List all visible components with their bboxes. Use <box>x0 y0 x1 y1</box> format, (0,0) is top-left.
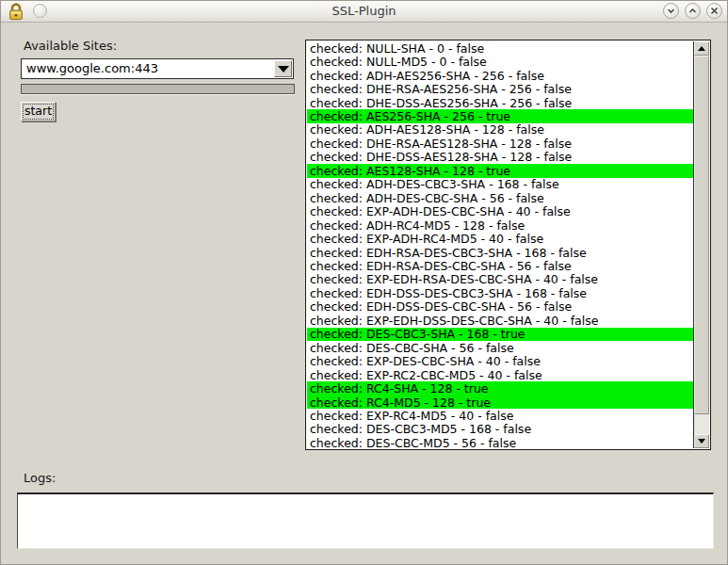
list-item[interactable]: checked: NULL-MD5 - 0 - false <box>307 55 693 68</box>
combobox-dropdown-button[interactable] <box>274 60 292 77</box>
ssl-plugin-window: SSL-Plugin Available Sites: www.google.c… <box>0 0 728 565</box>
minimize-button[interactable] <box>663 3 679 19</box>
scroll-down-icon <box>698 439 705 444</box>
scrollbar-thumb[interactable] <box>694 56 709 414</box>
logs-textarea[interactable] <box>17 492 714 549</box>
list-item[interactable]: checked: DES-CBC3-MD5 - 168 - false <box>307 423 693 436</box>
scroll-down-button[interactable] <box>694 434 709 448</box>
list-item[interactable]: checked: EXP-ADH-DES-CBC-SHA - 40 - fals… <box>307 204 693 218</box>
list-item[interactable]: checked: RC4-MD5 - 128 - true <box>307 396 693 409</box>
list-item[interactable]: checked: EDH-RSA-DES-CBC-SHA - 56 - fals… <box>307 259 693 272</box>
list-item[interactable]: checked: ADH-DES-CBC-SHA - 56 - false <box>307 191 693 204</box>
list-item[interactable]: checked: ADH-AES256-SHA - 256 - false <box>307 69 693 82</box>
list-item[interactable]: checked: DES-CBC-MD5 - 56 - false <box>307 436 693 448</box>
scroll-up-button[interactable] <box>694 41 709 56</box>
list-item[interactable]: checked: EXP-DES-CBC-SHA - 40 - false <box>307 354 693 367</box>
window-controls <box>663 3 722 19</box>
list-item[interactable]: checked: AES256-SHA - 256 - true <box>307 109 693 122</box>
scan-progress-bar <box>21 84 295 94</box>
maximize-button[interactable] <box>685 3 701 19</box>
logs-label: Logs: <box>24 471 56 485</box>
list-item[interactable]: checked: EDH-RSA-DES-CBC3-SHA - 168 - fa… <box>307 246 693 259</box>
sites-combobox[interactable]: www.google.com:443 <box>21 58 294 79</box>
start-button[interactable]: start <box>21 102 56 121</box>
list-item[interactable]: checked: RC4-SHA - 128 - true <box>307 381 693 395</box>
list-item[interactable]: checked: NULL-SHA - 0 - false <box>307 41 693 55</box>
list-item[interactable]: checked: DHE-DSS-AES256-SHA - 256 - fals… <box>307 96 693 109</box>
list-item[interactable]: checked: EDH-DSS-DES-CBC3-SHA - 168 - fa… <box>307 286 693 299</box>
list-item[interactable]: checked: EXP-EDH-DSS-DES-CBC-SHA - 40 - … <box>307 314 693 327</box>
available-sites-label: Available Sites: <box>24 39 117 53</box>
close-icon <box>710 7 719 15</box>
list-item[interactable]: checked: DHE-DSS-AES128-SHA - 128 - fals… <box>307 151 693 164</box>
list-item[interactable]: checked: DES-CBC-SHA - 56 - false <box>307 341 693 354</box>
dropdown-arrow-icon <box>278 66 289 73</box>
list-item[interactable]: checked: ADH-DES-CBC3-SHA - 168 - false <box>307 178 693 191</box>
titlebar[interactable]: SSL-Plugin <box>1 1 727 23</box>
window-title: SSL-Plugin <box>1 1 727 22</box>
cipher-list[interactable]: checked: NULL-SHA - 0 - falsechecked: NU… <box>307 41 693 448</box>
list-item[interactable]: checked: EXP-EDH-RSA-DES-CBC-SHA - 40 - … <box>307 273 693 286</box>
scrollbar-track[interactable] <box>694 414 709 434</box>
chevron-up-icon <box>688 7 697 15</box>
sites-combobox-value: www.google.com:443 <box>22 59 273 78</box>
list-item[interactable]: checked: ADH-AES128-SHA - 128 - false <box>307 123 693 137</box>
list-item[interactable]: checked: AES128-SHA - 128 - true <box>307 164 693 177</box>
list-item[interactable]: checked: EXP-ADH-RC4-MD5 - 40 - false <box>307 232 693 245</box>
list-item[interactable]: checked: DES-CBC3-SHA - 168 - true <box>307 328 693 341</box>
chevron-down-icon <box>667 7 675 15</box>
list-item[interactable]: checked: EXP-RC4-MD5 - 40 - false <box>307 409 693 422</box>
vertical-scrollbar[interactable] <box>693 41 709 448</box>
close-button[interactable] <box>706 3 722 19</box>
scroll-up-icon <box>698 46 705 51</box>
list-item[interactable]: checked: DHE-RSA-AES128-SHA - 128 - fals… <box>307 137 693 150</box>
list-item[interactable]: checked: EXP-RC2-CBC-MD5 - 40 - false <box>307 368 693 381</box>
list-item[interactable]: checked: EDH-DSS-DES-CBC-SHA - 56 - fals… <box>307 300 693 314</box>
list-item[interactable]: checked: ADH-RC4-MD5 - 128 - false <box>307 218 693 232</box>
list-item[interactable]: checked: DHE-RSA-AES256-SHA - 256 - fals… <box>307 82 693 95</box>
cipher-results-listbox: checked: NULL-SHA - 0 - falsechecked: NU… <box>305 40 711 450</box>
